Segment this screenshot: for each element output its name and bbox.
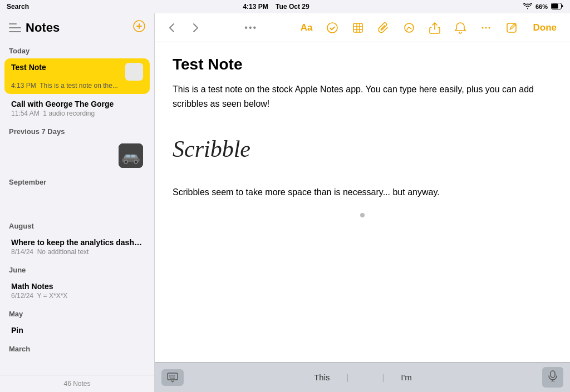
keyboard-hide-button[interactable] [161,369,184,386]
editor-more-text: Scribbles seem to take more space than i… [173,185,552,200]
suggestion-2[interactable]: I'm [401,373,412,382]
divider-2: | [382,373,384,382]
sidebar-header-left: Notes [9,21,60,35]
notes-list: Today Test Note 4:13 PM This is a test n… [0,42,154,375]
section-september: September [0,173,154,188]
divider-1: | [347,373,349,382]
scroll-indicator [360,213,365,217]
svg-rect-10 [353,23,362,32]
keyboard-bar-left [161,369,184,386]
svg-rect-7 [126,155,130,157]
sidebar-title: Notes [26,21,60,35]
toolbar-right: Aa [298,19,562,36]
svg-point-6 [134,160,137,163]
status-right: 66% [523,3,563,11]
done-button[interactable]: Done [529,20,562,36]
note-item-sept[interactable] [4,190,150,216]
scribble-area: Scribble [173,124,552,174]
note-meta: 4:13 PM This is a test note on the... [11,82,143,90]
microphone-button[interactable] [542,367,563,388]
svg-rect-8 [131,155,135,157]
dots-label: ••• [244,23,257,33]
note-title: Test Note [11,63,121,72]
note-title: Call with George The Gorge [11,100,143,108]
toolbar: ••• Aa [155,13,570,42]
scribble-text: Scribble [173,136,250,162]
svg-point-5 [124,160,127,163]
note-item-pin[interactable]: Pin [4,321,150,339]
battery-icon [551,3,563,11]
note-editor[interactable]: Test Note This is a test note on the sto… [155,42,570,362]
sidebar: Notes Today Test Note 4:13 PM This is a … [0,13,155,392]
new-note-icon[interactable] [503,19,520,36]
keyboard-suggestions: This | | I'm [184,373,542,382]
section-june: June [0,261,154,276]
svg-point-15 [405,23,414,32]
svg-point-16 [481,27,483,28]
sidebar-header: Notes [0,13,154,42]
table-icon[interactable] [350,19,366,36]
section-march: March [0,340,154,355]
editor-body: This is a test note on the stock Apple N… [173,82,552,111]
compose-button[interactable] [133,20,145,36]
note-item-test-note[interactable]: Test Note 4:13 PM This is a test note on… [4,58,150,94]
notes-count: 46 Notes [63,380,90,388]
scribble-icon[interactable] [401,19,417,36]
note-car-thumbnail [119,143,143,168]
checklist-icon[interactable] [324,19,341,36]
status-left: Search [7,3,29,11]
svg-point-9 [327,23,337,33]
sidebar-toggle-icon[interactable] [9,23,21,32]
svg-point-17 [485,27,487,28]
forward-icon[interactable] [187,19,204,36]
note-item-june[interactable]: Math Notes 6/12/24 Y = X*X*X [4,277,150,304]
battery-label: 66% [535,3,548,10]
note-thumbnail [125,63,143,81]
wifi-icon [523,3,532,11]
svg-rect-21 [551,371,555,378]
note-item-prev7[interactable] [4,139,150,172]
note-meta: 11:54 AM 1 audio recording [11,110,143,117]
svg-point-18 [488,27,490,28]
note-title: Where to keep the analytics dashbo... [11,238,143,247]
editor-title: Test Note [173,56,552,73]
attachment-icon[interactable] [375,19,392,36]
svg-rect-1 [552,4,558,9]
status-time: 4:13 PM Tue Oct 29 [243,3,309,11]
section-may: May [0,305,154,320]
toolbar-left [164,19,204,36]
note-title: Math Notes [11,282,143,291]
note-item-aug[interactable]: Where to keep the analytics dashbo... 8/… [4,234,150,260]
reminder-icon[interactable] [452,19,469,36]
keyboard-bar-right [542,367,563,388]
note-item-call-george[interactable]: Call with George The Gorge 11:54 AM 1 au… [4,95,150,122]
note-meta: 8/14/24 No additional text [11,248,143,256]
search-label: Search [7,3,29,11]
section-prev7: Previous 7 Days [0,123,154,138]
keyboard-bar: This | | I'm [155,362,570,392]
section-today: Today [0,42,154,57]
back-icon[interactable] [164,19,180,36]
note-meta: 6/12/24 Y = X*X*X [11,292,143,300]
section-august: August [0,217,154,232]
status-bar: Search 4:13 PM Tue Oct 29 66% [0,0,570,13]
suggestion-1[interactable]: This [314,373,330,382]
share-icon[interactable] [426,19,443,36]
more-icon[interactable] [478,19,494,36]
app-container: Notes Today Test Note 4:13 PM This is a … [0,13,570,392]
note-title: Pin [11,326,143,335]
font-size-icon[interactable]: Aa [298,19,315,36]
main-content: ••• Aa [155,13,570,392]
sidebar-footer: 46 Notes [0,375,154,392]
toolbar-center: ••• [244,23,257,33]
